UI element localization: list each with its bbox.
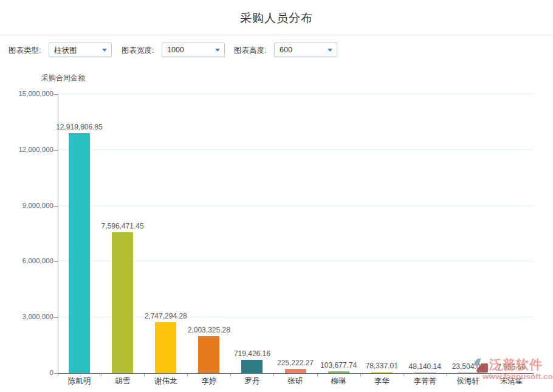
gridline — [58, 205, 533, 206]
x-axis-category-label: 张研 — [274, 376, 317, 387]
bar-value-label: 7,596,471.45 — [80, 222, 165, 230]
y-tick-label: 15,000,000 — [5, 90, 53, 97]
bar — [328, 371, 349, 373]
x-axis-category-label: 李菁菁 — [404, 376, 446, 387]
x-axis-line — [58, 373, 533, 374]
bar-value-label: 719,426.16 — [210, 349, 295, 358]
gridline — [58, 94, 533, 94]
bar — [371, 372, 393, 373]
bar-value-label: 2,003,325.28 — [167, 326, 252, 334]
x-axis-category-label: 胡雪 — [101, 376, 144, 387]
y-tick-label: 12,000,000 — [5, 146, 53, 153]
bar — [458, 373, 479, 373]
y-axis-line — [58, 94, 58, 373]
bar-chart: 03,000,0006,000,0009,000,00012,000,00015… — [0, 0, 553, 392]
y-tick-label: 3,000,000 — [5, 313, 53, 320]
x-axis-category-label: 谢伟龙 — [145, 376, 187, 387]
bar — [285, 369, 306, 373]
bar — [112, 232, 133, 373]
bar-value-label: 12,919,806.85 — [37, 123, 122, 131]
x-axis-category-label: 宋清笙 — [490, 376, 532, 387]
bar-value-label: 2,747,294.28 — [123, 312, 208, 320]
x-axis-category-label: 陈凯明 — [58, 376, 101, 387]
x-axis-category-label: 侯海轩 — [447, 376, 489, 387]
x-tick-mark — [533, 373, 534, 376]
x-axis-category-label: 李婷 — [188, 376, 230, 387]
y-tick-label: 9,000,000 — [5, 202, 53, 209]
bar-value-label: 7,955.50 — [469, 363, 553, 371]
y-tick-label: 6,000,000 — [5, 257, 53, 264]
gridline — [58, 150, 533, 150]
bar — [69, 133, 90, 373]
x-axis-category-label: 罗丹 — [231, 376, 273, 387]
bar — [414, 373, 436, 373]
y-tick-label: 0 — [5, 369, 53, 376]
x-axis-category-label: 李华 — [360, 376, 403, 387]
x-axis-category-label: 柳琳 — [317, 376, 360, 387]
